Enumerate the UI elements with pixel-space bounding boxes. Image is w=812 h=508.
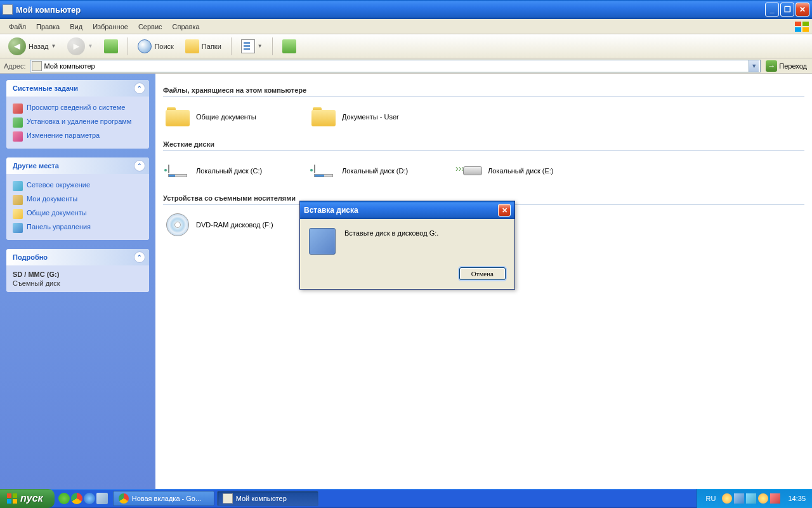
menu-view[interactable]: Вид xyxy=(65,21,88,32)
svg-rect-2 xyxy=(795,27,801,32)
item-dvd-drive[interactable]: DVD-RAM дисковод (F:) xyxy=(163,210,296,239)
task-add-remove[interactable]: Установка и удаление программ xyxy=(13,116,143,130)
disc-icon xyxy=(309,228,336,255)
menu-tools[interactable]: Сервис xyxy=(133,21,167,32)
dialog-close-button[interactable]: ✕ xyxy=(498,204,511,217)
svg-rect-3 xyxy=(802,27,809,32)
search-label: Поиск xyxy=(154,43,173,50)
menu-help[interactable]: Справка xyxy=(167,21,205,32)
folder-up-icon xyxy=(104,39,118,53)
toolbar-separator xyxy=(231,37,232,55)
tray-network-icon[interactable] xyxy=(734,493,744,504)
toolbar-separator xyxy=(128,37,128,55)
svg-rect-4 xyxy=(7,493,11,498)
place-my-documents[interactable]: Мои документы xyxy=(13,193,143,207)
go-button[interactable]: → Переход xyxy=(763,59,809,73)
other-places-title: Другие места xyxy=(13,162,59,170)
search-button[interactable]: Поиск xyxy=(133,37,178,55)
address-value: Мой компьютер xyxy=(44,62,749,70)
address-dropdown-icon[interactable]: ▼ xyxy=(749,60,759,72)
drive-icon xyxy=(164,157,191,184)
browser-icon[interactable] xyxy=(84,493,95,504)
close-button[interactable]: ✕ xyxy=(796,3,809,17)
back-button[interactable]: ◄ Назад ▼ xyxy=(4,36,60,57)
go-arrow-icon: → xyxy=(766,60,777,72)
taskbar: пуск Новая вкладка - Go... Мой компьютер… xyxy=(0,489,812,508)
address-label: Адрес: xyxy=(3,62,27,70)
folders-button[interactable]: Папки xyxy=(181,37,226,55)
views-button[interactable]: ▼ xyxy=(237,37,267,55)
detail-name: SD / MMC (G:) xyxy=(13,271,143,278)
chevron-up-icon: ⌃ xyxy=(134,160,145,171)
menu-file[interactable]: Файл xyxy=(4,21,31,32)
folder-icon xyxy=(310,104,337,130)
minimize-button[interactable]: _ xyxy=(765,3,779,17)
tray-icon[interactable] xyxy=(758,493,768,504)
forward-button[interactable]: ► ▼ xyxy=(63,36,97,57)
forward-arrow-icon: ► xyxy=(67,37,85,55)
toolbar: ◄ Назад ▼ ► ▼ Поиск Папки ▼ xyxy=(0,34,812,58)
item-disk-e[interactable]: ››› Локальный диск (E:) xyxy=(455,156,588,185)
shared-documents-icon xyxy=(13,209,23,219)
item-shared-documents[interactable]: Общие документы xyxy=(163,102,296,131)
place-network[interactable]: Сетевое окружение xyxy=(13,179,143,193)
utorrent-icon[interactable] xyxy=(58,493,70,504)
go-label: Переход xyxy=(779,62,807,70)
place-shared-documents[interactable]: Общие документы xyxy=(13,207,143,221)
system-tasks-title: Системные задачи xyxy=(13,84,78,92)
start-button[interactable]: пуск xyxy=(0,489,55,508)
quick-launch xyxy=(55,493,112,504)
windows-logo-icon xyxy=(6,493,18,504)
settings-icon xyxy=(13,131,23,142)
forward-dropdown-icon: ▼ xyxy=(88,43,93,49)
place-control-panel[interactable]: Панель управления xyxy=(13,221,143,235)
address-bar: Адрес: Мой компьютер ▼ → Переход xyxy=(0,58,812,74)
menu-favorites[interactable]: Избранное xyxy=(88,21,133,32)
my-computer-icon xyxy=(3,4,13,15)
control-panel-icon xyxy=(13,223,23,233)
svg-rect-5 xyxy=(13,493,17,498)
taskbar-tab-chrome[interactable]: Новая вкладка - Go... xyxy=(113,491,214,506)
windows-flag-icon xyxy=(794,21,809,32)
system-tasks-header[interactable]: Системные задачи ⌃ xyxy=(6,80,149,97)
task-system-info[interactable]: Просмотр сведений о системе xyxy=(13,102,143,116)
chevron-up-icon: ⌃ xyxy=(134,83,145,94)
chrome-icon[interactable] xyxy=(71,493,82,504)
item-disk-c[interactable]: Локальный диск (C:) xyxy=(163,156,296,185)
dialog-message: Вставьте диск в дисковод G:. xyxy=(344,228,506,237)
back-arrow-icon: ◄ xyxy=(8,37,26,55)
svg-rect-0 xyxy=(795,22,801,26)
svg-rect-7 xyxy=(13,499,17,504)
taskbar-tab-explorer[interactable]: Мой компьютер xyxy=(217,491,318,506)
other-places-box: Другие места ⌃ Сетевое окружение Мои док… xyxy=(6,157,149,240)
refresh-button[interactable] xyxy=(278,37,301,55)
up-button[interactable] xyxy=(100,37,122,55)
desktop-icon[interactable] xyxy=(96,493,108,504)
menu-edit[interactable]: Правка xyxy=(31,21,65,32)
cancel-button[interactable]: Отмена xyxy=(459,267,506,280)
dialog-titlebar[interactable]: Вставка диска ✕ xyxy=(300,201,514,219)
address-combo[interactable]: Мой компьютер ▼ xyxy=(30,60,761,72)
details-header[interactable]: Подробно ⌃ xyxy=(6,249,149,265)
tray-icon[interactable] xyxy=(722,493,732,504)
dialog-title: Вставка диска xyxy=(304,206,498,215)
tray-volume-icon[interactable] xyxy=(746,493,756,504)
dvd-icon xyxy=(164,211,191,238)
maximize-button[interactable]: ❐ xyxy=(780,3,794,17)
clock[interactable]: 14:35 xyxy=(784,495,806,502)
folders-label: Папки xyxy=(202,43,221,50)
item-disk-d[interactable]: Локальный диск (D:) xyxy=(309,156,442,185)
group-disks-header: Жесткие диски xyxy=(163,138,804,151)
item-user-documents[interactable]: Документы - User xyxy=(309,102,442,131)
task-change-setting[interactable]: Изменение параметра xyxy=(13,130,143,144)
chrome-icon xyxy=(119,493,129,504)
tray-shield-icon[interactable] xyxy=(770,493,780,504)
add-remove-icon xyxy=(13,117,23,128)
window-title: Мой компьютер xyxy=(16,5,765,15)
details-title: Подробно xyxy=(13,253,48,261)
language-indicator[interactable]: RU xyxy=(704,495,719,502)
back-label: Назад xyxy=(29,43,49,50)
window-titlebar: Мой компьютер _ ❐ ✕ xyxy=(0,0,812,19)
my-computer-icon xyxy=(223,493,233,504)
other-places-header[interactable]: Другие места ⌃ xyxy=(6,157,149,174)
